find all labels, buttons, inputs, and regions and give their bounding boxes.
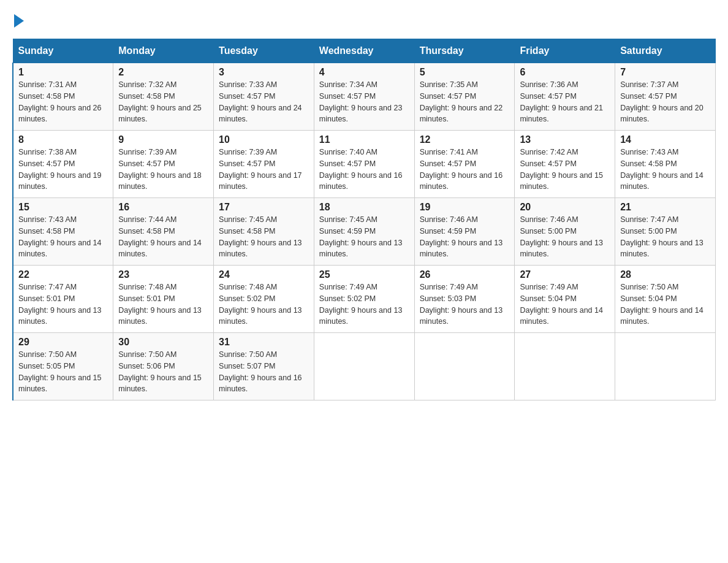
day-number: 14 [620, 134, 710, 145]
day-number: 13 [520, 134, 610, 145]
day-number: 2 [118, 67, 208, 78]
calendar-cell: 15Sunrise: 7:43 AMSunset: 4:58 PMDayligh… [13, 198, 113, 266]
column-header-saturday: Saturday [615, 39, 716, 63]
day-info: Sunrise: 7:36 AMSunset: 4:57 PMDaylight:… [520, 79, 610, 125]
calendar-cell: 9Sunrise: 7:39 AMSunset: 4:57 PMDaylight… [113, 131, 214, 198]
day-number: 8 [18, 134, 108, 145]
day-number: 6 [520, 67, 610, 78]
calendar-week-row: 22Sunrise: 7:47 AMSunset: 5:01 PMDayligh… [13, 266, 716, 333]
day-info: Sunrise: 7:49 AMSunset: 5:03 PMDaylight:… [420, 282, 510, 327]
day-number: 29 [18, 337, 108, 348]
calendar-week-row: 29Sunrise: 7:50 AMSunset: 5:05 PMDayligh… [13, 333, 716, 400]
day-info: Sunrise: 7:40 AMSunset: 4:57 PMDaylight:… [319, 147, 409, 193]
day-number: 1 [18, 67, 108, 78]
day-number: 20 [520, 202, 610, 213]
calendar-cell: 11Sunrise: 7:40 AMSunset: 4:57 PMDayligh… [314, 131, 414, 198]
day-number: 26 [420, 269, 510, 280]
column-header-thursday: Thursday [414, 39, 515, 63]
day-number: 27 [520, 269, 610, 280]
day-number: 25 [319, 269, 409, 280]
logo-chevron-icon [14, 14, 24, 28]
day-info: Sunrise: 7:31 AMSunset: 4:58 PMDaylight:… [18, 79, 108, 125]
column-header-sunday: Sunday [13, 39, 113, 63]
day-info: Sunrise: 7:45 AMSunset: 4:58 PMDaylight:… [219, 214, 309, 260]
calendar-cell [515, 333, 615, 400]
day-info: Sunrise: 7:49 AMSunset: 5:04 PMDaylight:… [520, 282, 610, 327]
day-info: Sunrise: 7:50 AMSunset: 5:05 PMDaylight:… [18, 349, 108, 395]
calendar-cell: 28Sunrise: 7:50 AMSunset: 5:04 PMDayligh… [615, 266, 716, 333]
day-info: Sunrise: 7:48 AMSunset: 5:01 PMDaylight:… [118, 282, 208, 327]
calendar-cell: 25Sunrise: 7:49 AMSunset: 5:02 PMDayligh… [314, 266, 414, 333]
calendar-cell: 19Sunrise: 7:46 AMSunset: 4:59 PMDayligh… [414, 198, 515, 266]
day-info: Sunrise: 7:47 AMSunset: 5:01 PMDaylight:… [18, 282, 108, 327]
day-number: 5 [420, 67, 510, 78]
day-number: 30 [118, 337, 208, 348]
day-number: 31 [219, 337, 309, 348]
day-number: 18 [319, 202, 409, 213]
column-header-tuesday: Tuesday [214, 39, 314, 63]
day-number: 4 [319, 67, 409, 78]
calendar-cell [615, 333, 716, 400]
day-info: Sunrise: 7:39 AMSunset: 4:57 PMDaylight:… [118, 147, 208, 193]
column-header-monday: Monday [113, 39, 214, 63]
page-header [12, 12, 716, 26]
calendar-week-row: 8Sunrise: 7:38 AMSunset: 4:57 PMDaylight… [13, 131, 716, 198]
day-info: Sunrise: 7:39 AMSunset: 4:57 PMDaylight:… [219, 147, 309, 193]
calendar-cell: 26Sunrise: 7:49 AMSunset: 5:03 PMDayligh… [414, 266, 515, 333]
calendar-cell: 2Sunrise: 7:32 AMSunset: 4:58 PMDaylight… [113, 63, 214, 131]
calendar-cell: 22Sunrise: 7:47 AMSunset: 5:01 PMDayligh… [13, 266, 113, 333]
column-header-friday: Friday [515, 39, 615, 63]
calendar-cell: 17Sunrise: 7:45 AMSunset: 4:58 PMDayligh… [214, 198, 314, 266]
calendar-cell: 13Sunrise: 7:42 AMSunset: 4:57 PMDayligh… [515, 131, 615, 198]
day-info: Sunrise: 7:44 AMSunset: 4:58 PMDaylight:… [118, 214, 208, 260]
day-info: Sunrise: 7:49 AMSunset: 5:02 PMDaylight:… [319, 282, 409, 327]
calendar-cell: 6Sunrise: 7:36 AMSunset: 4:57 PMDaylight… [515, 63, 615, 131]
calendar-cell: 10Sunrise: 7:39 AMSunset: 4:57 PMDayligh… [214, 131, 314, 198]
calendar-cell: 14Sunrise: 7:43 AMSunset: 4:58 PMDayligh… [615, 131, 716, 198]
calendar-header-row: SundayMondayTuesdayWednesdayThursdayFrid… [13, 39, 716, 63]
day-info: Sunrise: 7:46 AMSunset: 5:00 PMDaylight:… [520, 214, 610, 260]
day-info: Sunrise: 7:46 AMSunset: 4:59 PMDaylight:… [420, 214, 510, 260]
day-number: 17 [219, 202, 309, 213]
calendar-cell: 27Sunrise: 7:49 AMSunset: 5:04 PMDayligh… [515, 266, 615, 333]
calendar-cell [314, 333, 414, 400]
day-number: 22 [18, 269, 108, 280]
calendar-cell: 20Sunrise: 7:46 AMSunset: 5:00 PMDayligh… [515, 198, 615, 266]
day-info: Sunrise: 7:34 AMSunset: 4:57 PMDaylight:… [319, 79, 409, 125]
calendar-cell: 21Sunrise: 7:47 AMSunset: 5:00 PMDayligh… [615, 198, 716, 266]
day-info: Sunrise: 7:35 AMSunset: 4:57 PMDaylight:… [420, 79, 510, 125]
calendar-cell: 1Sunrise: 7:31 AMSunset: 4:58 PMDaylight… [13, 63, 113, 131]
calendar-cell: 12Sunrise: 7:41 AMSunset: 4:57 PMDayligh… [414, 131, 515, 198]
day-info: Sunrise: 7:47 AMSunset: 5:00 PMDaylight:… [620, 214, 710, 260]
day-number: 3 [219, 67, 309, 78]
logo [12, 12, 24, 26]
calendar-cell: 31Sunrise: 7:50 AMSunset: 5:07 PMDayligh… [214, 333, 314, 400]
calendar-cell: 8Sunrise: 7:38 AMSunset: 4:57 PMDaylight… [13, 131, 113, 198]
day-number: 16 [118, 202, 208, 213]
day-info: Sunrise: 7:50 AMSunset: 5:04 PMDaylight:… [620, 282, 710, 327]
calendar-cell: 5Sunrise: 7:35 AMSunset: 4:57 PMDaylight… [414, 63, 515, 131]
day-info: Sunrise: 7:43 AMSunset: 4:58 PMDaylight:… [18, 214, 108, 260]
day-number: 23 [118, 269, 208, 280]
day-number: 28 [620, 269, 710, 280]
day-number: 7 [620, 67, 710, 78]
day-info: Sunrise: 7:50 AMSunset: 5:06 PMDaylight:… [118, 349, 208, 395]
day-number: 9 [118, 134, 208, 145]
day-number: 11 [319, 134, 409, 145]
day-number: 21 [620, 202, 710, 213]
calendar-cell: 7Sunrise: 7:37 AMSunset: 4:57 PMDaylight… [615, 63, 716, 131]
day-info: Sunrise: 7:50 AMSunset: 5:07 PMDaylight:… [219, 349, 309, 395]
calendar-cell: 23Sunrise: 7:48 AMSunset: 5:01 PMDayligh… [113, 266, 214, 333]
calendar-week-row: 1Sunrise: 7:31 AMSunset: 4:58 PMDaylight… [13, 63, 716, 131]
day-number: 10 [219, 134, 309, 145]
day-number: 12 [420, 134, 510, 145]
day-info: Sunrise: 7:45 AMSunset: 4:59 PMDaylight:… [319, 214, 409, 260]
day-info: Sunrise: 7:33 AMSunset: 4:57 PMDaylight:… [219, 79, 309, 125]
day-info: Sunrise: 7:41 AMSunset: 4:57 PMDaylight:… [420, 147, 510, 193]
calendar-table: SundayMondayTuesdayWednesdayThursdayFrid… [12, 39, 716, 400]
calendar-week-row: 15Sunrise: 7:43 AMSunset: 4:58 PMDayligh… [13, 198, 716, 266]
column-header-wednesday: Wednesday [314, 39, 414, 63]
day-info: Sunrise: 7:32 AMSunset: 4:58 PMDaylight:… [118, 79, 208, 125]
day-number: 24 [219, 269, 309, 280]
day-info: Sunrise: 7:37 AMSunset: 4:57 PMDaylight:… [620, 79, 710, 125]
